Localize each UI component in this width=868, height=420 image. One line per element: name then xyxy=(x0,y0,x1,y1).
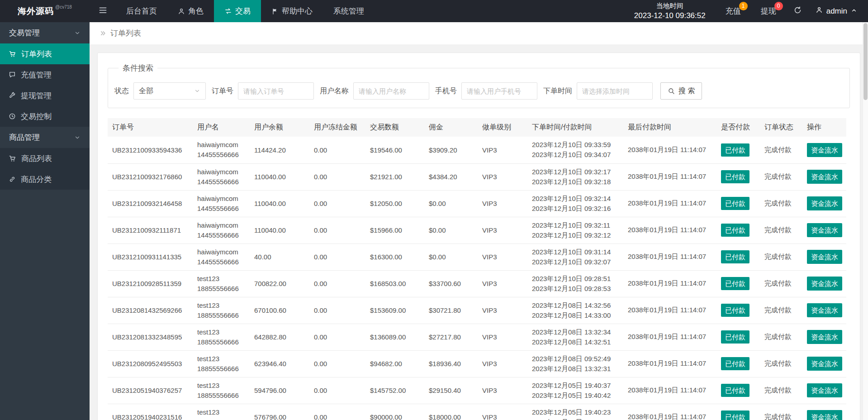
cell-last-pay-time: 2038年01月19日 11:14:07 xyxy=(623,324,716,350)
user-info: test12318855556666 xyxy=(197,407,245,420)
user-info: test12318855556666 xyxy=(197,354,245,374)
wrench-icon xyxy=(9,92,16,99)
user-info: test12318855556666 xyxy=(197,381,245,401)
nav-item-system[interactable]: 系统管理 xyxy=(323,0,375,22)
cell-balance: 594796.00 xyxy=(250,377,309,404)
cell-amount: $15966.00 xyxy=(365,217,424,243)
order-row: UB2312080952495503test123188555566666239… xyxy=(108,350,846,377)
order-times-line2: 2023年12月05日 19:40:26 xyxy=(532,417,619,420)
refresh-button[interactable] xyxy=(786,0,809,22)
cell-balance: 114424.20 xyxy=(250,137,309,163)
funds-flow-button[interactable]: 资金流水 xyxy=(807,303,842,317)
nav-item-label: 角色 xyxy=(188,6,204,16)
trade-icon xyxy=(224,7,232,15)
cell-level: VIP3 xyxy=(478,324,527,350)
order-time-input[interactable] xyxy=(577,82,653,100)
cell-commission: $18000.00 xyxy=(424,404,478,420)
sidebar-section-goods-manage[interactable]: 商品管理 xyxy=(0,127,90,148)
cell-user: test12318855556666 xyxy=(193,404,250,420)
funds-flow-button[interactable]: 资金流水 xyxy=(807,250,842,264)
column-header-5: 佣金 xyxy=(424,118,478,137)
refresh-icon xyxy=(793,6,802,16)
admin-menu[interactable]: admin xyxy=(809,0,868,22)
chevron-up-icon xyxy=(851,7,857,16)
user-info: haiwaiymcom14455556666 xyxy=(197,167,245,187)
funds-flow-button[interactable]: 资金流水 xyxy=(807,330,842,344)
cell-paid: 已付款 xyxy=(716,377,760,404)
cell-actions: 资金流水 xyxy=(802,137,846,163)
top-nav: 后台首页角色交易帮助中心系统管理 xyxy=(116,0,375,22)
withdraw-button[interactable]: 提现 0 xyxy=(751,0,786,22)
sidebar-item-goods-category[interactable]: 商品分类 xyxy=(0,169,90,190)
funds-flow-button[interactable]: 资金流水 xyxy=(807,383,842,397)
status-select[interactable]: 全部 xyxy=(133,82,206,100)
topbar: 海外源码 @cv718 后台首页角色交易帮助中心系统管理 当地时间 2023-1… xyxy=(0,0,868,22)
order-times-line2: 2023年12月10日 09:34:07 xyxy=(532,150,619,160)
cell-order-no: UB2312081432569266 xyxy=(108,297,193,324)
order-no-input[interactable] xyxy=(238,82,314,100)
nav-item-trade[interactable]: 交易 xyxy=(214,0,261,22)
funds-flow-button[interactable]: 资金流水 xyxy=(807,410,842,420)
cell-order-no: UB2312051940376257 xyxy=(108,377,193,404)
recharge-button-label: 充值 xyxy=(726,6,741,16)
cell-actions: 资金流水 xyxy=(802,270,846,297)
sidebar-item-trade-control[interactable]: 交易控制 xyxy=(0,106,90,127)
cell-order-no: UB2312081332348595 xyxy=(108,324,193,350)
cell-frozen: 0.00 xyxy=(309,270,365,297)
app-logo-text: 海外源码 xyxy=(18,5,54,17)
cell-actions: 资金流水 xyxy=(802,297,846,324)
funds-flow-button[interactable]: 资金流水 xyxy=(807,143,842,157)
funds-flow-button[interactable]: 资金流水 xyxy=(807,170,842,184)
cell-balance: 623946.40 xyxy=(250,350,309,377)
sidebar-item-goods-list[interactable]: 商品列表 xyxy=(0,148,90,169)
cell-commission: $0.00 xyxy=(424,243,478,270)
cell-amount: $136089.00 xyxy=(365,324,424,350)
cell-amount: $19546.00 xyxy=(365,137,424,163)
cell-level: VIP3 xyxy=(478,270,527,297)
order-times-line1: 2023年12月05日 19:40:37 xyxy=(532,381,619,391)
cell-balance: 110040.00 xyxy=(250,163,309,190)
username-input[interactable] xyxy=(353,82,429,100)
user-info: haiwaiymcom14455556666 xyxy=(197,220,245,240)
sidebar-item-withdraw-manage[interactable]: 提现管理 xyxy=(0,85,90,106)
user-info-line1: haiwaiymcom xyxy=(197,140,245,150)
comment-icon xyxy=(9,71,16,78)
recharge-button[interactable]: 充值 1 xyxy=(716,0,751,22)
user-info-line1: haiwaiymcom xyxy=(197,220,245,230)
breadcrumb-title: 订单列表 xyxy=(110,28,141,38)
cell-times: 2023年12月08日 14:32:562023年12月08日 14:33:00 xyxy=(527,297,623,324)
sidebar-section-label: 商品管理 xyxy=(9,132,40,143)
order-times-line2: 2023年12月10日 09:32:12 xyxy=(532,230,619,240)
scrollbar-thumb[interactable] xyxy=(863,23,868,100)
phone-input[interactable] xyxy=(461,82,537,100)
menu-toggle-button[interactable] xyxy=(90,0,116,22)
nav-item-home[interactable]: 后台首页 xyxy=(116,0,167,22)
cell-amount: $16300.00 xyxy=(365,243,424,270)
scrollbar[interactable] xyxy=(863,22,868,420)
admin-name: admin xyxy=(826,7,847,16)
user-info-line2: 14455556666 xyxy=(197,257,245,267)
funds-flow-button[interactable]: 资金流水 xyxy=(807,196,842,210)
sidebar-item-order-list[interactable]: 订单列表 xyxy=(0,43,90,64)
search-panel: 条件搜索 状态 全部 订单号 用户名称 xyxy=(108,63,850,108)
funds-flow-button[interactable]: 资金流水 xyxy=(807,223,842,237)
cell-last-pay-time: 2038年01月19日 11:14:07 xyxy=(623,297,716,324)
user-info-line2: 18855556666 xyxy=(197,337,245,347)
sidebar-section-trade-manage[interactable]: 交易管理 xyxy=(0,22,90,43)
nav-item-role[interactable]: 角色 xyxy=(167,0,214,22)
cell-balance: 40.00 xyxy=(250,243,309,270)
order-times-line1: 2023年12月10日 09:32:17 xyxy=(532,167,619,177)
nav-item-help[interactable]: 帮助中心 xyxy=(261,0,323,22)
cell-level: VIP3 xyxy=(478,377,527,404)
order-times: 2023年12月10日 09:28:512023年12月10日 09:28:53 xyxy=(532,274,619,294)
funds-flow-button[interactable]: 资金流水 xyxy=(807,277,842,291)
funds-flow-button[interactable]: 资金流水 xyxy=(807,357,842,371)
cell-times: 2023年12月05日 19:40:232023年12月05日 19:40:26 xyxy=(527,404,623,420)
paid-badge: 已付款 xyxy=(721,197,749,210)
search-button[interactable]: 搜 索 xyxy=(660,82,702,100)
cell-amount: $21921.00 xyxy=(365,163,424,190)
order-times: 2023年12月10日 09:32:172023年12月10日 09:32:18 xyxy=(532,167,619,187)
chevron-down-icon xyxy=(74,134,81,141)
sidebar-item-recharge-manage[interactable]: 充值管理 xyxy=(0,64,90,85)
user-info: haiwaiymcom14455556666 xyxy=(197,194,245,214)
